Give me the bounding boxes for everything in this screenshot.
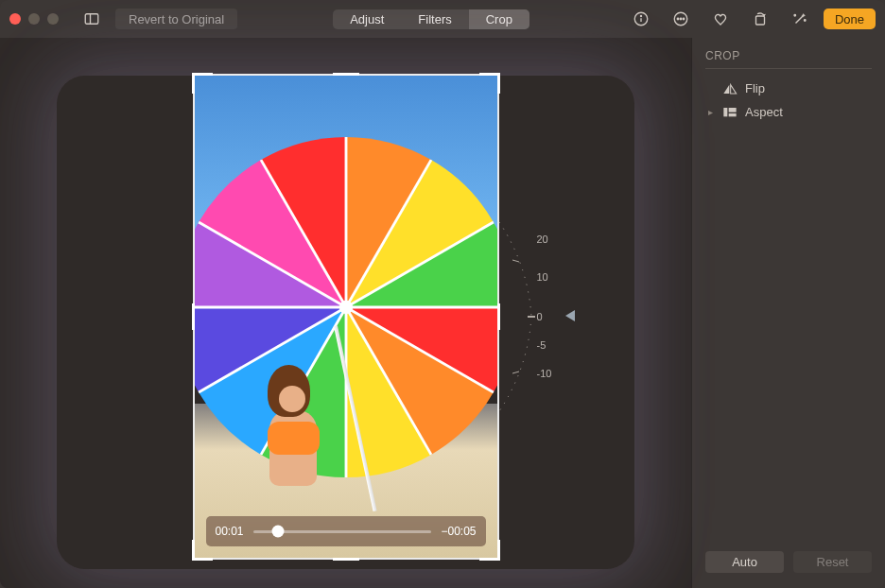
more-button[interactable] [665, 9, 697, 29]
aspect-label: Aspect [745, 105, 783, 119]
svg-point-12 [804, 20, 806, 22]
sidebar-toggle-button[interactable] [76, 9, 108, 29]
svg-marker-31 [731, 84, 737, 93]
canvas-area: 20 10 0 -5 -10 00:01 −00:05 [0, 38, 691, 588]
svg-point-11 [794, 15, 796, 17]
sidebar-bottom-buttons: Auto Reset [705, 551, 872, 577]
svg-rect-0 [85, 14, 98, 25]
window-controls [9, 13, 59, 25]
info-button[interactable] [625, 9, 657, 29]
crop-handle-bottom[interactable] [333, 558, 359, 561]
ellipsis-icon [672, 10, 689, 27]
dial-label: -5 [537, 339, 547, 351]
time-elapsed: 00:01 [216, 525, 244, 538]
edit-mode-tabs: Adjust Filters Crop [333, 9, 529, 29]
revert-to-original-button[interactable]: Revert to Original [115, 9, 237, 29]
heart-icon [712, 10, 729, 27]
chevron-right-icon: ▸ [705, 107, 715, 117]
subject-person [249, 365, 334, 526]
close-window-icon[interactable] [9, 13, 21, 25]
svg-rect-33 [729, 108, 737, 112]
svg-marker-29 [565, 310, 575, 321]
auto-enhance-button[interactable] [784, 9, 816, 29]
time-remaining: −00:05 [441, 525, 476, 538]
tab-filters[interactable]: Filters [401, 9, 468, 29]
rotate-button[interactable] [744, 9, 776, 29]
video-scrubber[interactable]: 00:01 −00:05 [206, 516, 486, 546]
flip-row[interactable]: Flip [705, 77, 872, 100]
svg-marker-30 [723, 84, 729, 93]
scrub-thumb[interactable] [271, 526, 284, 538]
sidebar-toggle-icon [83, 10, 100, 27]
rotate-icon [752, 10, 769, 27]
crop-handle-top[interactable] [333, 73, 359, 76]
tab-adjust[interactable]: Adjust [333, 9, 401, 29]
svg-point-6 [677, 18, 679, 20]
svg-rect-9 [755, 16, 764, 25]
svg-rect-34 [729, 112, 737, 115]
photo-preview [195, 76, 497, 558]
crop-handle-left[interactable] [192, 303, 195, 330]
sidebar-heading: CROP [705, 49, 872, 69]
done-button[interactable]: Done [824, 9, 876, 29]
wand-icon [791, 10, 808, 27]
minimize-window-icon[interactable] [28, 13, 40, 25]
dial-label: -10 [537, 368, 552, 379]
aspect-icon [722, 106, 738, 119]
favorite-button[interactable] [704, 9, 737, 29]
toolbar: Revert to Original Adjust Filters Crop D… [0, 0, 885, 38]
svg-rect-32 [723, 108, 727, 116]
dial-label: 20 [537, 233, 548, 245]
svg-point-7 [680, 18, 682, 20]
svg-line-28 [512, 372, 519, 373]
svg-point-4 [640, 15, 641, 16]
svg-point-8 [683, 18, 685, 20]
dial-pointer-icon [565, 310, 575, 323]
sidebar: CROP Flip ▸ Aspect Auto Reset [691, 38, 885, 588]
fullscreen-window-icon[interactable] [47, 13, 59, 25]
scrub-track[interactable] [253, 530, 432, 533]
aspect-row[interactable]: ▸ Aspect [705, 100, 872, 124]
dial-label: 0 [537, 311, 543, 322]
svg-line-27 [512, 260, 519, 262]
auto-button[interactable]: Auto [705, 551, 784, 573]
flip-icon [722, 82, 738, 95]
reset-button[interactable]: Reset [793, 551, 872, 573]
tab-crop[interactable]: Crop [469, 9, 529, 29]
flip-label: Flip [745, 81, 765, 95]
svg-point-25 [338, 301, 352, 314]
main-area: 20 10 0 -5 -10 00:01 −00:05 CROP [0, 38, 885, 588]
dial-label: 10 [537, 271, 548, 283]
straighten-dial[interactable]: 20 10 0 -5 -10 [488, 203, 573, 430]
crop-stage[interactable]: 20 10 0 -5 -10 00:01 −00:05 [195, 76, 497, 558]
info-icon [633, 10, 650, 27]
